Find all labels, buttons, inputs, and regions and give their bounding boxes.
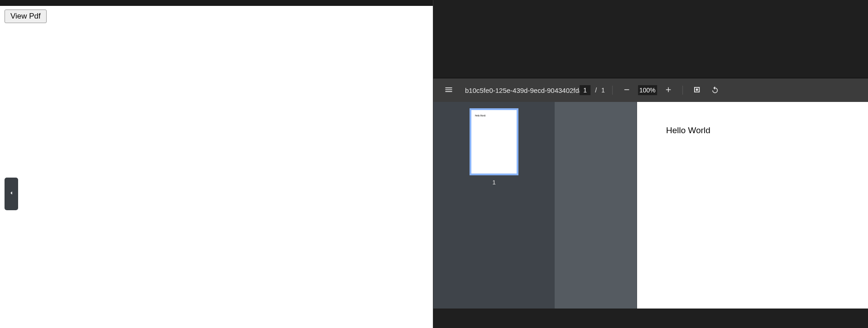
current-page-input[interactable] [580,85,590,95]
pdf-viewer-pane: b10c5fe0-125e-439d-9ecd-9043402fdaa6 / 1… [433,0,868,328]
thumbnail-preview-text: Hello World [475,115,513,117]
document-title: b10c5fe0-125e-439d-9ecd-9043402fdaa6 [465,87,590,94]
thumbnail-panel: Hello World 1 [433,102,555,309]
hamburger-icon [444,85,453,96]
total-pages: 1 [601,87,605,94]
thumbnail-page-number: 1 [492,179,495,186]
plus-icon [664,86,672,95]
minus-icon [623,86,631,95]
fit-to-page-button[interactable] [690,83,704,98]
viewer-bottom-spacer [433,309,868,328]
page-thumbnail[interactable]: Hello World [470,108,518,175]
pdf-toolbar: b10c5fe0-125e-439d-9ecd-9043402fdaa6 / 1… [433,78,868,102]
pdf-page[interactable]: Hello World [637,102,868,309]
left-top-bar [0,0,433,6]
fit-page-icon [693,86,701,95]
rotate-icon [711,86,719,95]
zoom-level-display[interactable]: 100% [638,85,657,95]
rotate-button[interactable] [708,83,722,98]
chevron-left-icon [8,190,14,198]
zoom-out-button[interactable] [620,83,633,98]
page-separator: / [595,87,597,94]
left-pane: View Pdf [0,0,433,328]
side-panel-toggle[interactable] [5,178,18,210]
page-text-content: Hello World [666,125,839,135]
toolbar-divider [682,86,683,95]
toolbar-divider [612,86,613,95]
zoom-in-button[interactable] [662,83,675,98]
viewer-top-spacer [433,0,868,78]
view-pdf-button[interactable]: View Pdf [5,10,47,23]
menu-button[interactable] [441,82,456,98]
page-gutter [555,102,637,309]
pdf-body: Hello World 1 Hello World [433,102,868,309]
